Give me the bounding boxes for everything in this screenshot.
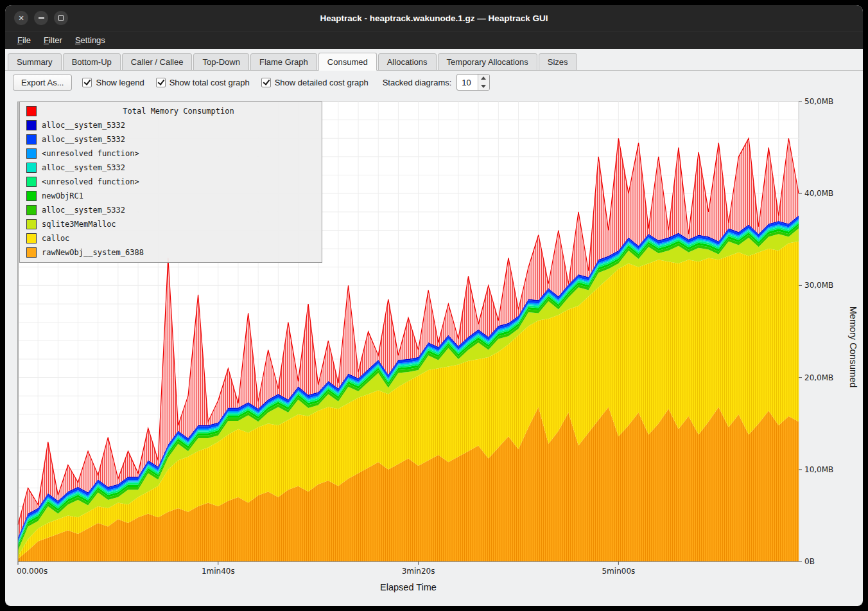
legend-item: alloc__system_5332 [20,132,322,146]
titlebar: ✕ Heaptrack - heaptrack.wakunode.1.gz — … [5,5,863,31]
maximize-icon [58,15,64,21]
stacked-diagrams-value: 10 [457,75,478,90]
tab-summary[interactable]: Summary [8,53,62,71]
legend-label: alloc__system_5332 [42,135,125,144]
svg-text:20,0MB: 20,0MB [804,373,833,382]
legend-title-row: Total Memory Consumption [20,104,322,118]
legend-label: rawNewObj__system_6388 [42,248,144,257]
legend-item: <unresolved function> [20,175,322,189]
legend-label: Total Memory Consumption [42,107,315,116]
legend-swatch [26,163,37,173]
svg-text:50,0MB: 50,0MB [804,97,833,106]
svg-text:00.000s: 00.000s [17,567,48,576]
svg-text:5min00s: 5min00s [602,567,635,576]
checkbox-label: Show legend [96,78,144,87]
checkbox-box [156,78,166,87]
app-window: ✕ Heaptrack - heaptrack.wakunode.1.gz — … [5,5,863,606]
legend-swatch [26,191,37,201]
maximize-button[interactable] [54,11,68,25]
legend-swatch [26,247,37,258]
checkbox-show-total-cost-graph[interactable]: Show total cost graph [156,78,250,87]
spin-down-button[interactable] [478,82,489,90]
legend-label: alloc__system_5332 [42,121,125,130]
checkbox-box [82,78,92,87]
legend-label: sqlite3MemMalloc [42,220,116,229]
x-axis-title: Elapsed Time [18,582,799,592]
menu-settings[interactable]: Settings [69,33,111,47]
legend-swatch [26,106,37,116]
checkbox-show-detailed-cost-graph[interactable]: Show detailed cost graph [261,78,369,87]
window-controls: ✕ [14,5,68,31]
checkbox-show-legend[interactable]: Show legend [82,78,144,87]
menu-filter[interactable]: Filter [38,33,68,47]
export-as-button[interactable]: Export As... [13,75,72,91]
legend-swatch [26,205,37,215]
legend-label: newObjRC1 [42,191,83,200]
stacked-diagrams-spinbox[interactable]: 10 [456,74,490,91]
chart-legend: Total Memory Consumptionalloc__system_53… [19,102,322,263]
legend-label: <unresolved function> [42,149,139,158]
legend-item: sqlite3MemMalloc [20,217,322,231]
checkbox-group: Show legendShow total cost graphShow det… [82,78,368,87]
legend-swatch [26,177,37,187]
close-icon: ✕ [18,15,24,22]
tab-consumed[interactable]: Consumed [318,53,377,71]
legend-swatch [26,219,37,229]
tab-flame-graph[interactable]: Flame Graph [250,53,317,71]
legend-label: calloc [42,234,69,243]
legend-swatch [26,120,37,130]
legend-item: alloc__system_5332 [20,118,322,132]
y-axis-title: Memory Consumed [848,306,858,388]
tab-temporary-allocations[interactable]: Temporary Allocations [438,53,537,71]
window-title: Heaptrack - heaptrack.wakunode.1.gz — He… [320,13,548,23]
tab-bottom-up[interactable]: Bottom-Up [63,53,121,71]
legend-item: alloc__system_5332 [20,203,322,217]
minimize-button[interactable] [34,11,48,25]
checkbox-label: Show detailed cost graph [275,78,369,87]
tab-allocations[interactable]: Allocations [378,53,437,71]
legend-label: alloc__system_5332 [42,163,125,172]
checkbox-label: Show total cost graph [169,78,250,87]
tab-caller-callee[interactable]: Caller / Callee [122,53,193,71]
menu-file[interactable]: File [12,33,37,47]
legend-label: alloc__system_5332 [42,206,125,215]
legend-item: <unresolved function> [20,146,322,161]
svg-text:40,0MB: 40,0MB [804,189,833,198]
tab-bar: SummaryBottom-UpCaller / CalleeTop-DownF… [5,49,863,71]
toolbar: Export As... Show legendShow total cost … [5,71,863,94]
legend-item: calloc [20,231,322,245]
minimize-icon [39,17,44,19]
legend-item: rawNewObj__system_6388 [20,245,322,260]
legend-swatch [26,233,37,244]
checkbox-box [261,78,271,87]
svg-text:0B: 0B [804,557,815,566]
svg-text:10,0MB: 10,0MB [804,465,833,474]
legend-swatch [26,134,37,145]
close-button[interactable]: ✕ [14,11,28,25]
legend-label: <unresolved function> [42,177,139,186]
spin-buttons [478,75,489,90]
tab-sizes[interactable]: Sizes [539,53,577,71]
svg-text:30,0MB: 30,0MB [804,281,833,290]
svg-text:3min20s: 3min20s [402,567,435,576]
menu-bar: File Filter Settings [5,31,863,49]
legend-swatch [26,148,37,159]
legend-item: alloc__system_5332 [20,161,322,175]
legend-item: newObjRC1 [20,189,322,203]
stacked-diagrams-label: Stacked diagrams: [383,78,452,87]
svg-text:1min40s: 1min40s [202,567,235,576]
chart-area: 00.000s1min40s3min20s5min00s0B10,0MB20,0… [9,95,859,606]
spin-up-button[interactable] [478,75,489,82]
tab-top-down[interactable]: Top-Down [193,53,249,71]
